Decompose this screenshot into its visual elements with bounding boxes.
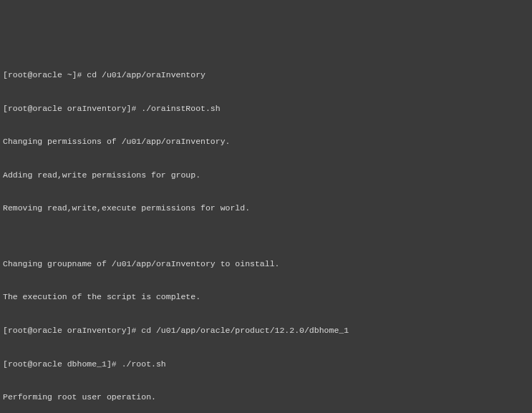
terminal-line: [root@oracle ~]# cd /u01/app/oraInventor… xyxy=(3,69,529,81)
terminal-line: [root@oracle oraInventory]# cd /u01/app/… xyxy=(3,325,529,336)
terminal-line: [root@oracle oraInventory]# ./orainstRoo… xyxy=(3,103,529,115)
terminal-line: [root@oracle dbhome_1]# ./root.sh xyxy=(3,359,529,370)
terminal-line: Changing permissions of /u01/app/oraInve… xyxy=(3,136,529,147)
terminal-line: The execution of the script is complete. xyxy=(3,291,529,303)
terminal-line: Performing root user operation. xyxy=(3,392,529,403)
terminal-line: Changing groupname of /u01/app/oraInvent… xyxy=(3,258,529,270)
terminal-output[interactable]: [root@oracle ~]# cd /u01/app/oraInventor… xyxy=(3,47,529,413)
terminal-line: Removing read,write,execute permissions … xyxy=(3,203,529,214)
terminal-line: Adding read,write permissions for group. xyxy=(3,170,529,181)
